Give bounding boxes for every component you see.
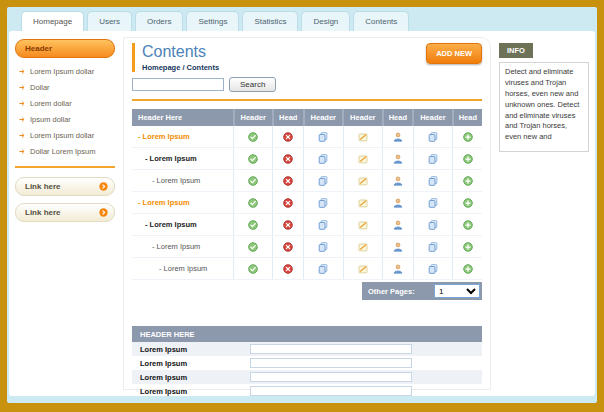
approve-icon[interactable] [248,220,258,230]
edit-icon[interactable] [358,264,368,274]
add-icon[interactable] [463,132,473,142]
row-label[interactable]: - Lorem Ipsum [159,264,207,273]
row-label[interactable]: - Lorem Ipsum [152,242,200,251]
approve-icon[interactable] [248,176,258,186]
search-input[interactable] [132,78,224,91]
row-action-cell [343,192,382,214]
tab-design[interactable]: Design [301,11,350,31]
copy-icon[interactable] [428,198,438,208]
delete-icon[interactable] [283,154,293,164]
copy-icon[interactable] [318,242,328,252]
row-action-cell [413,214,452,236]
edit-icon[interactable] [358,132,368,142]
copy-icon[interactable] [318,176,328,186]
approve-icon[interactable] [248,154,258,164]
table-row: - Lorem Ipsum [132,148,482,170]
row-label[interactable]: - Lorem Ipsum [138,198,190,207]
row-label[interactable]: - Lorem Ipsum [145,220,197,229]
form-input[interactable] [250,358,412,368]
edit-icon[interactable] [358,176,368,186]
add-icon[interactable] [463,154,473,164]
form-row: Lorem Ipsum [132,356,482,370]
delete-icon[interactable] [283,220,293,230]
add-icon[interactable] [463,176,473,186]
sidebar-header[interactable]: Header [15,39,115,58]
copy-icon[interactable] [318,154,328,164]
user-icon[interactable] [393,264,403,274]
add-icon[interactable] [463,264,473,274]
delete-icon[interactable] [283,132,293,142]
content-card: Header Lorem Ipsum dollarDollarLorem dol… [9,31,595,396]
row-action-cell [273,214,304,236]
edit-icon[interactable] [358,220,368,230]
add-icon[interactable] [463,220,473,230]
row-label[interactable]: - Lorem Ipsum [138,132,190,141]
row-action-cell [304,236,343,258]
copy-icon[interactable] [318,220,328,230]
delete-icon[interactable] [283,264,293,274]
add-icon[interactable] [463,242,473,252]
user-icon[interactable] [393,176,403,186]
row-action-cell [343,148,382,170]
user-icon[interactable] [393,198,403,208]
copy-icon[interactable] [428,220,438,230]
edit-icon[interactable] [358,242,368,252]
page-select[interactable]: 1 [434,284,480,298]
copy-icon[interactable] [428,132,438,142]
row-action-cell [453,258,482,280]
sidebar-item[interactable]: Lorem Ipsum dollar [15,127,115,143]
user-icon[interactable] [393,242,403,252]
approve-icon[interactable] [248,198,258,208]
user-icon[interactable] [393,220,403,230]
add-icon[interactable] [463,198,473,208]
sidebar-item[interactable]: Lorem Ipsum dollar [15,63,115,79]
row-label[interactable]: - Lorem Ipsum [145,154,197,163]
sidebar-link[interactable]: Link here [15,177,115,196]
sidebar-item[interactable]: Dollar Lorem Ipsum [15,143,115,159]
copy-icon[interactable] [318,264,328,274]
sidebar-item-label: Dollar [30,83,50,92]
sidebar-item[interactable]: Ipsum dollar [15,111,115,127]
row-label[interactable]: - Lorem Ipsum [152,176,200,185]
copy-icon[interactable] [428,176,438,186]
row-action-cell [234,126,273,148]
approve-icon[interactable] [248,242,258,252]
edit-icon[interactable] [358,154,368,164]
copy-icon[interactable] [428,264,438,274]
delete-icon[interactable] [283,242,293,252]
tab-users[interactable]: Users [87,11,132,31]
form-input[interactable] [250,386,412,396]
delete-icon[interactable] [283,198,293,208]
form-input[interactable] [250,372,412,382]
tab-statistics[interactable]: Statistics [242,11,298,31]
copy-icon[interactable] [428,154,438,164]
form-rows: Lorem IpsumLorem IpsumLorem IpsumLorem I… [132,342,482,396]
sidebar-link[interactable]: Link here [15,203,115,222]
user-icon[interactable] [393,132,403,142]
arrow-bullet-icon [19,116,26,123]
edit-icon[interactable] [358,198,368,208]
tab-settings[interactable]: Settings [186,11,239,31]
row-action-cell [413,258,452,280]
add-new-button[interactable]: ADD NEW [426,43,482,64]
copy-icon[interactable] [318,198,328,208]
sidebar-links: Link hereLink here [15,177,115,222]
breadcrumb[interactable]: Homepage / Contents [142,63,219,72]
row-action-cell [234,214,273,236]
search-button[interactable]: Search [229,77,276,92]
sidebar-item[interactable]: Dollar [15,79,115,95]
sidebar-item[interactable]: Lorem dollar [15,95,115,111]
user-icon[interactable] [393,154,403,164]
delete-icon[interactable] [283,176,293,186]
main-header: Contents Homepage / Contents ADD NEW [132,43,482,72]
column-header: Header [234,109,273,126]
form-input[interactable] [250,344,412,354]
copy-icon[interactable] [318,132,328,142]
approve-icon[interactable] [248,264,258,274]
approve-icon[interactable] [248,132,258,142]
tab-homepage[interactable]: Homepage [21,11,84,31]
tab-contents[interactable]: Contents [353,11,409,31]
tab-orders[interactable]: Orders [135,11,183,31]
copy-icon[interactable] [428,242,438,252]
row-action-cell [413,148,452,170]
